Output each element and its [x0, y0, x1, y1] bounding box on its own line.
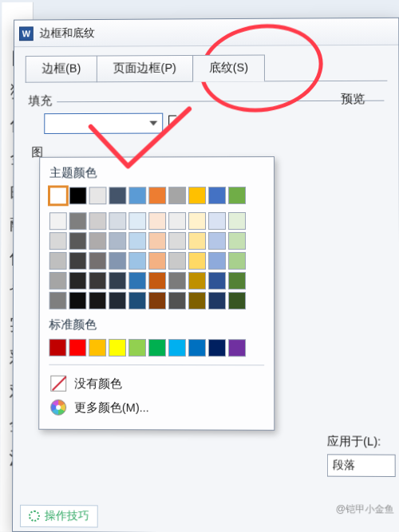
color-swatch[interactable]: [208, 212, 226, 230]
color-swatch[interactable]: [168, 272, 186, 290]
tab-page-border[interactable]: 页面边框(P): [97, 55, 193, 82]
color-swatch[interactable]: [208, 272, 226, 290]
tab-shading[interactable]: 底纹(S): [192, 55, 265, 82]
color-swatch[interactable]: [188, 292, 206, 309]
color-swatch[interactable]: [128, 232, 146, 250]
color-swatch[interactable]: [109, 252, 126, 270]
color-swatch[interactable]: [208, 292, 226, 309]
gear-icon: [29, 510, 40, 522]
color-swatch[interactable]: [148, 212, 166, 230]
color-swatch[interactable]: [228, 272, 246, 290]
color-swatch[interactable]: [188, 232, 206, 250]
color-swatch[interactable]: [128, 212, 146, 230]
color-swatch[interactable]: [69, 232, 87, 250]
color-swatch[interactable]: [49, 272, 67, 290]
color-swatch[interactable]: [148, 232, 166, 250]
color-picker-popover: 主题颜色 标准颜色 没有颜色 更多颜色(M)...: [38, 156, 275, 431]
color-swatch[interactable]: [49, 212, 67, 230]
color-swatch[interactable]: [109, 272, 126, 290]
color-swatch[interactable]: [49, 339, 66, 357]
color-swatch[interactable]: [148, 292, 166, 309]
more-colors-option[interactable]: 更多颜色(M)...: [49, 396, 264, 420]
footer-hint-label: 操作技巧: [45, 509, 89, 523]
color-swatch[interactable]: [228, 252, 246, 270]
color-swatch[interactable]: [69, 212, 87, 230]
color-swatch[interactable]: [109, 339, 126, 357]
color-swatch[interactable]: [89, 292, 106, 309]
footer-hint[interactable]: 操作技巧: [20, 505, 98, 528]
color-swatch[interactable]: [208, 252, 226, 270]
shading-panel: 填充 图: [25, 81, 387, 160]
color-swatch[interactable]: [148, 272, 166, 290]
color-swatch[interactable]: [148, 339, 166, 357]
color-swatch[interactable]: [109, 187, 126, 204]
color-swatch[interactable]: [168, 187, 186, 204]
color-swatch[interactable]: [188, 212, 206, 230]
color-swatch[interactable]: [69, 252, 87, 270]
color-swatch[interactable]: [89, 232, 106, 250]
color-swatch[interactable]: [49, 292, 67, 309]
color-swatch[interactable]: [168, 232, 186, 250]
more-colors-label: 更多颜色(M)...: [74, 400, 149, 415]
color-swatch[interactable]: [89, 272, 106, 290]
color-swatch[interactable]: [49, 187, 67, 204]
theme-colors-label: 主题颜色: [49, 165, 264, 181]
standard-color-row: [49, 339, 264, 357]
watermark: @铠甲小金鱼: [336, 502, 394, 517]
color-swatch[interactable]: [188, 339, 206, 357]
color-swatch[interactable]: [128, 292, 146, 309]
color-swatch[interactable]: [69, 272, 86, 290]
tabstrip: 边框(B) 页面边框(P) 底纹(S): [14, 45, 399, 82]
fill-group-rule: [29, 100, 385, 103]
color-swatch[interactable]: [128, 272, 146, 290]
theme-tints-grid: [49, 212, 265, 309]
color-swatch[interactable]: [69, 292, 86, 309]
color-swatch[interactable]: [168, 339, 186, 357]
color-swatch[interactable]: [228, 339, 246, 357]
color-swatch[interactable]: [89, 252, 106, 270]
no-fill-icon: [50, 376, 66, 392]
color-swatch[interactable]: [69, 339, 86, 357]
chevron-down-icon: [149, 121, 157, 126]
color-swatch[interactable]: [128, 252, 146, 270]
fill-group-label: 填充: [29, 93, 57, 108]
color-swatch[interactable]: [228, 212, 246, 230]
mouse-cursor-icon: [168, 116, 182, 131]
color-swatch[interactable]: [168, 252, 186, 270]
color-swatch[interactable]: [89, 339, 106, 357]
color-swatch[interactable]: [228, 292, 246, 309]
color-swatch[interactable]: [228, 187, 246, 204]
color-swatch[interactable]: [188, 252, 206, 270]
color-swatch[interactable]: [148, 252, 166, 270]
no-color-label: 没有颜色: [74, 376, 122, 391]
color-swatch[interactable]: [208, 232, 226, 250]
color-swatch[interactable]: [128, 339, 146, 357]
apply-to-select[interactable]: 段落: [327, 454, 396, 477]
word-app-icon: W: [19, 26, 34, 41]
color-swatch[interactable]: [49, 252, 67, 270]
titlebar[interactable]: W 边框和底纹: [14, 18, 398, 47]
color-swatch[interactable]: [89, 187, 107, 204]
color-swatch[interactable]: [109, 232, 126, 250]
color-swatch[interactable]: [168, 292, 186, 309]
color-swatch[interactable]: [208, 187, 226, 204]
apply-to-label: 应用于(L):: [327, 434, 399, 450]
standard-colors-label: 标准颜色: [49, 317, 264, 333]
color-swatch[interactable]: [89, 212, 107, 230]
popover-separator: [49, 365, 264, 366]
color-swatch[interactable]: [109, 292, 126, 309]
color-swatch[interactable]: [128, 187, 146, 204]
color-swatch[interactable]: [188, 272, 206, 290]
color-swatch[interactable]: [148, 187, 166, 204]
color-swatch[interactable]: [69, 187, 87, 204]
color-swatch[interactable]: [49, 232, 67, 250]
color-swatch[interactable]: [188, 187, 206, 204]
color-swatch[interactable]: [109, 212, 126, 230]
theme-color-row: [49, 187, 264, 204]
fill-color-dropdown[interactable]: [44, 113, 163, 134]
tab-borders[interactable]: 边框(B): [26, 56, 98, 83]
color-swatch[interactable]: [208, 339, 226, 357]
color-swatch[interactable]: [168, 212, 186, 230]
no-color-option[interactable]: 没有颜色: [49, 372, 264, 396]
color-swatch[interactable]: [228, 232, 246, 250]
